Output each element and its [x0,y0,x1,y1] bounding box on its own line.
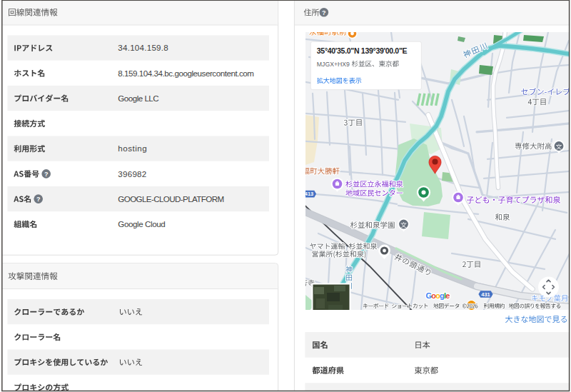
svg-text:413: 413 [305,191,313,197]
svg-text:?: ? [44,171,49,178]
svg-text:396982: 396982 [118,169,146,179]
svg-text:MJGX+HX9: MJGX+HX9 [317,61,350,68]
svg-text:34.104.159.8: 34.104.159.8 [118,43,168,52]
svg-text:Google: Google [426,291,450,300]
svg-text:GOOGLE-CLOUD-PLATFORM: GOOGLE-CLOUD-PLATFORM [118,194,223,203]
svg-text:?: ? [36,196,41,203]
svg-text:35°40'35.0"N 139°39'00.0"E: 35°40'35.0"N 139°39'00.0"E [317,46,408,55]
svg-text:Google LLC: Google LLC [118,94,158,103]
svg-text:431: 431 [481,291,490,298]
svg-text:hosting: hosting [118,144,147,153]
svg-text:Google Cloud: Google Cloud [118,219,165,228]
svg-text:8.159.104.34.bc.googleusercont: 8.159.104.34.bc.googleusercontent.com [118,69,253,78]
svg-text:?: ? [322,9,326,16]
